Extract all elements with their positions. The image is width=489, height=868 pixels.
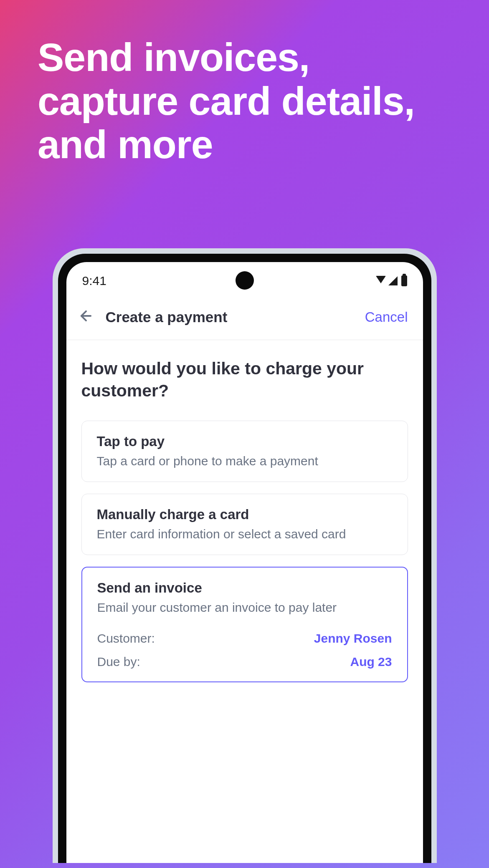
status-time: 9:41 xyxy=(82,274,106,288)
option-send-invoice[interactable]: Send an invoice Email your customer an i… xyxy=(81,567,408,682)
option-subtitle: Tap a card or phone to make a payment xyxy=(97,453,393,469)
phone-frame: 9:41 xyxy=(53,248,437,863)
cancel-button[interactable]: Cancel xyxy=(365,309,408,325)
phone-bezel: 9:41 xyxy=(58,254,431,863)
header-left: Create a payment xyxy=(78,308,228,326)
page-title: Create a payment xyxy=(106,309,228,326)
phone-screen: 9:41 xyxy=(66,262,423,863)
due-value: Aug 23 xyxy=(350,655,392,669)
camera-notch xyxy=(236,271,254,290)
signal-icon xyxy=(388,276,398,285)
content-question: How would you like to charge your custom… xyxy=(81,358,408,402)
phone-mockup: 9:41 xyxy=(53,248,437,863)
customer-value: Jenny Rosen xyxy=(314,631,392,646)
option-title: Send an invoice xyxy=(97,580,392,596)
due-by-row[interactable]: Due by: Aug 23 xyxy=(97,655,392,669)
invoice-details: Customer: Jenny Rosen Due by: Aug 23 xyxy=(97,631,392,669)
content-area: How would you like to charge your custom… xyxy=(66,340,423,712)
back-arrow-icon[interactable] xyxy=(78,308,94,326)
hero-headline: Send invoices, capture card details, and… xyxy=(0,0,489,167)
status-bar: 9:41 xyxy=(66,262,423,295)
option-tap-to-pay[interactable]: Tap to pay Tap a card or phone to make a… xyxy=(81,421,408,482)
customer-row[interactable]: Customer: Jenny Rosen xyxy=(97,631,392,646)
option-manual-charge[interactable]: Manually charge a card Enter card inform… xyxy=(81,494,408,555)
due-label: Due by: xyxy=(97,655,140,669)
option-subtitle: Enter card information or select a saved… xyxy=(97,526,393,542)
status-icons xyxy=(376,275,407,286)
option-title: Tap to pay xyxy=(97,434,393,449)
wifi-icon xyxy=(376,276,386,283)
option-subtitle: Email your customer an invoice to pay la… xyxy=(97,599,392,616)
customer-label: Customer: xyxy=(97,631,155,646)
battery-icon xyxy=(401,275,407,286)
app-header: Create a payment Cancel xyxy=(66,295,423,340)
option-title: Manually charge a card xyxy=(97,507,393,522)
